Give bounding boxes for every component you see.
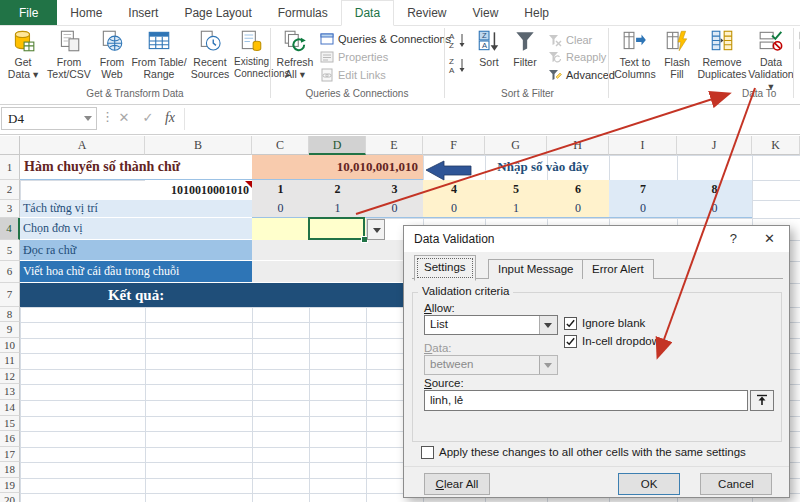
cell-g1-note[interactable]: Nhập số vào đây — [477, 155, 609, 180]
row-header-16[interactable]: 16 — [0, 431, 20, 447]
text-to-columns-button[interactable]: Text toColumns — [612, 27, 658, 85]
select-all-corner[interactable] — [0, 136, 20, 155]
column-header-E[interactable]: E — [366, 136, 423, 155]
cancel-button[interactable]: Cancel — [700, 473, 772, 495]
row-header-1[interactable]: 1 — [0, 155, 20, 180]
ok-button[interactable]: OK — [618, 473, 680, 495]
source-input[interactable]: linh, lẻ — [424, 390, 748, 411]
cancel-entry-button[interactable]: ✕ — [114, 108, 134, 128]
cell-h2[interactable]: 6 — [547, 180, 609, 200]
cell-c2[interactable]: 1 — [252, 180, 309, 200]
cell-e2[interactable]: 3 — [366, 180, 423, 200]
from-text-csv-button[interactable]: FromText/CSV — [46, 27, 92, 85]
sort-button[interactable]: Z A Sort — [472, 27, 506, 85]
cell-c6-range[interactable] — [252, 261, 423, 283]
dialog-title-bar[interactable]: Data Validation ? ✕ — [404, 226, 789, 252]
column-header-K[interactable]: K — [752, 136, 800, 155]
cell-g3[interactable]: 1 — [485, 200, 547, 218]
clear-filter-button[interactable]: Clear — [548, 31, 592, 48]
cell-a1-title[interactable]: Hàm chuyển số thành chữ — [20, 155, 252, 180]
row-header-15[interactable]: 15 — [0, 416, 20, 431]
cell-g2[interactable]: 5 — [485, 180, 547, 200]
tab-help[interactable]: Help — [511, 0, 562, 25]
name-box[interactable]: D4 — [1, 107, 97, 130]
cell-j3[interactable]: 0 — [677, 200, 752, 218]
recent-sources-button[interactable]: RecentSources — [188, 27, 232, 85]
in-cell-dropdown-button[interactable] — [367, 219, 385, 240]
tab-file[interactable]: File — [0, 0, 57, 25]
row-header-14[interactable]: 14 — [0, 400, 20, 416]
cell-e3[interactable]: 0 — [366, 200, 423, 218]
row-header-2[interactable]: 2 — [0, 180, 20, 200]
cell-h3[interactable]: 0 — [547, 200, 609, 218]
cell-c3[interactable]: 0 — [252, 200, 309, 218]
column-header-C[interactable]: C — [252, 136, 309, 155]
sort-descending-button[interactable]: Z A — [448, 56, 470, 76]
cell-a4-label[interactable]: Chọn đơn vị — [20, 218, 252, 240]
advanced-filter-button[interactable]: Advanced — [548, 66, 615, 83]
combo-dropdown-button[interactable] — [539, 316, 557, 334]
flash-fill-button[interactable]: FlashFill — [660, 27, 694, 85]
column-header-D[interactable]: D — [309, 136, 366, 155]
cell-a5-label[interactable]: Đọc ra chữ — [20, 240, 252, 261]
column-header-H[interactable]: H — [547, 136, 609, 155]
cell-d3[interactable]: 1 — [309, 200, 366, 218]
filter-button[interactable]: Filter — [508, 27, 542, 85]
cell-c1-number-value[interactable]: 10,010,001,010 — [252, 155, 423, 180]
row-header-12[interactable]: 12 — [0, 369, 20, 384]
row-header-10[interactable]: 10 — [0, 338, 20, 353]
row-header-6[interactable]: 6 — [0, 261, 20, 283]
insert-function-button[interactable]: fx — [160, 108, 180, 128]
cell-f2[interactable]: 4 — [423, 180, 485, 200]
properties-button[interactable]: Properties — [320, 48, 388, 65]
dialog-tab-settings[interactable]: Settings — [414, 255, 476, 281]
cell-i2[interactable]: 7 — [609, 180, 677, 200]
row-header-13[interactable]: 13 — [0, 384, 20, 400]
row-header-11[interactable]: 11 — [0, 353, 20, 369]
name-box-caret-icon[interactable] — [84, 116, 92, 121]
column-header-F[interactable]: F — [423, 136, 485, 155]
column-header-B[interactable]: B — [145, 136, 252, 155]
edit-links-button[interactable]: Edit Links — [320, 66, 386, 83]
cell-i3[interactable]: 0 — [609, 200, 677, 218]
reapply-filter-button[interactable]: Reapply — [548, 48, 606, 65]
tab-insert[interactable]: Insert — [115, 0, 171, 25]
row-header-4[interactable]: 4 — [0, 218, 20, 240]
dialog-tab-error-alert[interactable]: Error Alert — [582, 259, 654, 279]
allow-combobox[interactable]: List — [424, 315, 558, 335]
dialog-tab-input-message[interactable]: Input Message — [488, 259, 583, 279]
column-header-J[interactable]: J — [677, 136, 752, 155]
row-header-17[interactable]: 17 — [0, 447, 20, 462]
row-header-20[interactable]: 20 — [0, 493, 20, 502]
cell-d2[interactable]: 2 — [309, 180, 366, 200]
tab-review[interactable]: Review — [394, 0, 459, 25]
from-web-button[interactable]: FromWeb — [94, 27, 130, 85]
get-data-button[interactable]: GetData ▾ — [2, 27, 44, 85]
refresh-all-button[interactable]: RefreshAll ▾ — [274, 27, 316, 85]
consolidate-button-partial[interactable]: C — [796, 27, 800, 85]
row-header-5[interactable]: 5 — [0, 240, 20, 261]
cell-a7-result[interactable]: Kết quả: — [20, 283, 423, 307]
column-header-I[interactable]: I — [609, 136, 677, 155]
cell-j2[interactable]: 8 — [677, 180, 752, 200]
tab-page-layout[interactable]: Page Layout — [171, 0, 264, 25]
dialog-help-button[interactable]: ? — [730, 231, 737, 246]
cell-a3-label[interactable]: Tách từng vị trí — [20, 200, 252, 218]
cell-a6-label[interactable]: Viết hoa chữ cái đầu trong chuỗi — [20, 261, 252, 283]
existing-connections-button[interactable]: ExistingConnections — [234, 27, 268, 85]
cell-c5-range[interactable] — [252, 240, 423, 261]
from-table-range-button[interactable]: From Table/Range — [131, 27, 187, 85]
tab-data[interactable]: Data — [341, 0, 394, 26]
row-header-18[interactable]: 18 — [0, 462, 20, 478]
column-header-G[interactable]: G — [485, 136, 547, 155]
data-validation-button[interactable]: DataValidation ▾ — [748, 27, 794, 85]
tab-view[interactable]: View — [460, 0, 512, 25]
queries-connections-button[interactable]: Queries & Connections — [320, 30, 451, 47]
ignore-blank-checkbox[interactable] — [564, 317, 577, 330]
remove-duplicates-button[interactable]: RemoveDuplicates — [696, 27, 748, 85]
cell-b2-input-number[interactable]: 1010010001010 — [145, 180, 252, 200]
row-header-9[interactable]: 9 — [0, 322, 20, 338]
row-header-3[interactable]: 3 — [0, 200, 20, 218]
dialog-close-button[interactable]: ✕ — [764, 231, 775, 246]
row-header-8[interactable]: 8 — [0, 307, 20, 322]
